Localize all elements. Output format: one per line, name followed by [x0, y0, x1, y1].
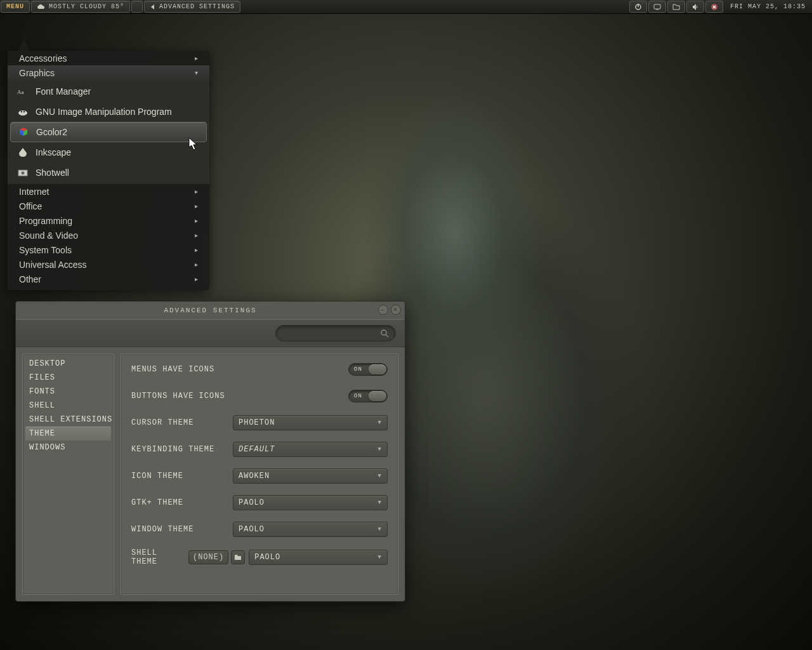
chevron-right-icon: ▸ — [195, 188, 198, 195]
window-body: Desktop Files Fonts Shell Shell Extensio… — [16, 347, 405, 601]
sidebar-item-shell-extensions[interactable]: Shell Extensions — [25, 413, 111, 427]
menu-category-other[interactable]: Other ▸ — [8, 272, 209, 286]
menu-category-label: Internet — [19, 187, 49, 197]
menu-category-programming[interactable]: Programming ▸ — [8, 213, 209, 228]
window-toolbar — [16, 319, 405, 347]
back-icon — [150, 4, 156, 10]
menu-button[interactable]: MENU — [1, 1, 30, 13]
combo-window-theme[interactable]: paolo ▼ — [233, 522, 388, 537]
menu-category-system-tools[interactable]: System Tools ▸ — [8, 242, 209, 257]
combo-keybinding-theme[interactable]: Default ▼ — [233, 442, 388, 457]
svg-point-10 — [22, 171, 25, 175]
menu-category-label: Universal Access — [19, 260, 87, 270]
setting-label: Buttons have icons — [131, 392, 233, 401]
svg-point-6 — [18, 110, 27, 116]
close-tray-icon[interactable] — [705, 1, 723, 13]
combo-gtk-theme[interactable]: paolo ▼ — [233, 495, 388, 510]
chevron-right-icon: ▸ — [195, 217, 198, 224]
chevron-right-icon: ▸ — [195, 202, 198, 209]
combo-value: paolo — [239, 525, 265, 534]
menu-category-sound-video[interactable]: Sound & Video ▸ — [8, 228, 209, 242]
weather-applet[interactable]: MOSTLY CLOUDY 85° — [31, 1, 130, 13]
combo-value: phoeton — [239, 418, 275, 427]
toggle-state: ON — [354, 393, 362, 399]
app-label: GNU Image Manipulation Program — [36, 107, 172, 117]
search-icon — [381, 329, 389, 338]
window-title: ADVANCED SETTINGS — [164, 307, 256, 314]
toggle-buttons-icons[interactable]: ON — [348, 390, 388, 402]
row-menus-icons: Menus have icons ON — [131, 362, 388, 377]
combo-value: Default — [239, 445, 275, 454]
menu-category-label: Sound & Video — [19, 230, 78, 241]
cloud-icon — [37, 4, 46, 10]
panel-clock[interactable]: FRI MAY 25, 18:35 — [724, 0, 812, 13]
row-icon-theme: Icon theme awoken ▼ — [131, 468, 388, 484]
sidebar-item-files[interactable]: Files — [25, 371, 111, 385]
inkscape-icon — [16, 146, 29, 159]
menu-category-office[interactable]: Office ▸ — [8, 199, 209, 213]
setting-label: Keybinding theme — [131, 445, 233, 454]
top-panel: MENU MOSTLY CLOUDY 85° ADVANCED SETTINGS… — [0, 0, 812, 14]
row-keybinding-theme: Keybinding theme Default ▼ — [131, 442, 388, 457]
menu-label: MENU — [6, 3, 24, 10]
combo-cursor-theme[interactable]: phoeton ▼ — [233, 415, 388, 430]
display-tray-icon[interactable] — [648, 1, 666, 13]
combo-shell-theme[interactable]: paolo ▼ — [249, 550, 388, 565]
search-input[interactable] — [275, 325, 396, 342]
gimp-icon — [16, 105, 29, 118]
chevron-right-icon: ▸ — [195, 261, 198, 268]
sidebar-item-desktop[interactable]: Desktop — [25, 357, 111, 371]
sidebar-item-theme[interactable]: Theme — [25, 427, 111, 441]
app-font-manager[interactable]: Aa Font Manager — [8, 81, 209, 102]
files-tray-icon[interactable] — [667, 1, 685, 13]
app-gcolor2[interactable]: Gcolor2 — [10, 122, 207, 142]
setting-label: Cursor theme — [131, 418, 233, 427]
menu-category-universal-access[interactable]: Universal Access ▸ — [8, 257, 209, 272]
sidebar-item-fonts[interactable]: Fonts — [25, 385, 111, 399]
menu-category-label: Other — [19, 274, 41, 284]
window-titlebar[interactable]: ADVANCED SETTINGS – × — [16, 302, 405, 319]
sidebar-item-windows[interactable]: Windows — [25, 441, 111, 454]
app-shotwell[interactable]: Shotwell — [8, 162, 209, 183]
shell-theme-none-button[interactable]: (None) — [188, 550, 228, 564]
toggle-menus-icons[interactable]: ON — [348, 363, 388, 376]
combo-value: paolo — [239, 498, 265, 507]
combo-value: awoken — [239, 472, 270, 481]
menu-category-label: Office — [19, 201, 42, 211]
volume-tray-icon[interactable] — [686, 1, 704, 13]
panel-spacer — [241, 0, 629, 13]
sidebar-item-shell[interactable]: Shell — [25, 399, 111, 413]
setting-label: Window theme — [131, 525, 233, 534]
menu-category-internet[interactable]: Internet ▸ — [8, 184, 209, 199]
menu-category-label: System Tools — [19, 245, 72, 255]
row-buttons-icons: Buttons have icons ON — [131, 388, 388, 404]
menu-category-graphics[interactable]: Graphics ▾ — [8, 65, 209, 80]
combo-icon-theme[interactable]: awoken ▼ — [233, 468, 388, 484]
chevron-down-icon: ▼ — [378, 473, 382, 479]
chevron-down-icon: ▼ — [378, 500, 382, 506]
app-inkscape[interactable]: Inkscape — [8, 142, 209, 162]
shell-theme-browse-button[interactable] — [231, 550, 245, 564]
chevron-right-icon: ▸ — [195, 275, 198, 282]
power-tray-icon[interactable] — [629, 1, 647, 13]
graphics-submenu: Aa Font Manager GNU Image Manipulation P… — [8, 80, 209, 184]
app-gimp[interactable]: GNU Image Manipulation Program — [8, 102, 209, 122]
svg-line-12 — [386, 335, 388, 337]
menu-category-accessories[interactable]: Accessories ▸ — [8, 51, 209, 65]
chevron-down-icon: ▾ — [195, 69, 198, 76]
window-close-button[interactable]: × — [391, 305, 401, 315]
combo-value: paolo — [254, 553, 280, 562]
taskbar-separator — [131, 1, 143, 13]
taskbar-item-label: ADVANCED SETTINGS — [159, 3, 235, 10]
menu-category-label: Graphics — [19, 68, 55, 78]
menu-category-label: Accessories — [19, 53, 67, 63]
cube-icon — [17, 126, 30, 138]
chevron-down-icon: ▼ — [378, 526, 382, 533]
setting-label: Icon theme — [131, 472, 233, 481]
taskbar-item-advanced-settings[interactable]: ADVANCED SETTINGS — [144, 1, 240, 13]
app-label: Gcolor2 — [36, 127, 67, 137]
application-menu: Accessories ▸ Graphics ▾ Aa Font Manager… — [8, 51, 209, 290]
settings-content: Menus have icons ON Buttons have icons O… — [121, 354, 398, 595]
app-label: Inkscape — [36, 147, 71, 157]
window-minimize-button[interactable]: – — [378, 305, 388, 315]
